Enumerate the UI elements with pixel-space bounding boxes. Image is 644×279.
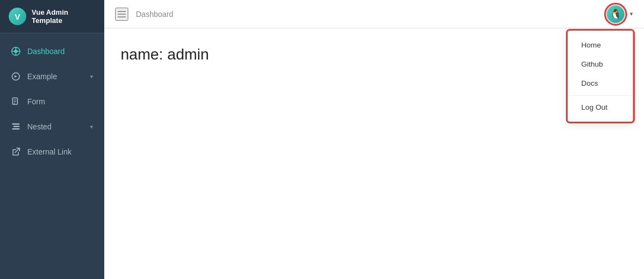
svg-rect-13 — [12, 128, 20, 129]
sidebar-item-label-external-link: External Link — [27, 147, 93, 156]
user-dropdown-menu: Home Github Docs Log Out — [568, 31, 633, 122]
nested-icon — [11, 122, 21, 132]
main-content: name: admin — [104, 28, 644, 279]
svg-line-14 — [15, 148, 20, 152]
topbar: Dashboard 🐧 ▾ Home Github Docs Log Out — [104, 0, 644, 28]
sidebar-item-label-example: Example — [27, 72, 84, 81]
sidebar-item-label-nested: Nested — [27, 122, 84, 131]
external-link-icon — [11, 147, 21, 157]
svg-rect-11 — [12, 123, 20, 124]
avatar-button[interactable]: 🐧 — [606, 4, 625, 24]
sidebar-item-label-dashboard: Dashboard — [27, 47, 93, 56]
breadcrumb: Dashboard — [136, 10, 174, 19]
sidebar-logo[interactable]: V Vue Admin Template — [0, 0, 104, 33]
form-icon — [11, 97, 21, 106]
sidebar-item-label-form: Form — [27, 97, 93, 106]
dropdown-item-logout[interactable]: Log Out — [568, 98, 633, 117]
avatar-emoji: 🐧 — [610, 8, 622, 20]
dashboard-icon — [11, 46, 21, 56]
chevron-down-icon: ▾ — [90, 73, 93, 80]
sidebar-nav: Dashboard Example ▾ — [0, 33, 104, 164]
hamburger-button[interactable] — [115, 8, 128, 21]
chevron-down-icon-nested: ▾ — [90, 123, 93, 130]
main-area: Dashboard 🐧 ▾ Home Github Docs Log Out n… — [104, 0, 644, 279]
sidebar-item-example[interactable]: Example ▾ — [0, 64, 104, 89]
avatar-chevron-icon[interactable]: ▾ — [630, 10, 633, 17]
dropdown-item-github[interactable]: Github — [568, 55, 633, 74]
svg-rect-12 — [14, 126, 20, 127]
topbar-right: 🐧 ▾ Home Github Docs Log Out — [606, 4, 633, 24]
dropdown-item-home[interactable]: Home — [568, 35, 633, 55]
logo-letter: V — [15, 12, 20, 21]
svg-point-1 — [14, 50, 17, 53]
dropdown-divider — [568, 95, 633, 96]
dropdown-item-docs[interactable]: Docs — [568, 74, 633, 93]
sidebar-item-form[interactable]: Form — [0, 89, 104, 114]
sidebar-item-external-link[interactable]: External Link — [0, 139, 104, 164]
sidebar-item-nested[interactable]: Nested ▾ — [0, 114, 104, 139]
logo-title: Vue Admin Template — [32, 8, 96, 25]
content-title: name: admin — [121, 46, 628, 63]
example-icon — [11, 72, 21, 81]
sidebar: V Vue Admin Template Dashboard — [0, 0, 104, 279]
sidebar-item-dashboard[interactable]: Dashboard — [0, 39, 104, 64]
logo-circle: V — [9, 8, 26, 25]
